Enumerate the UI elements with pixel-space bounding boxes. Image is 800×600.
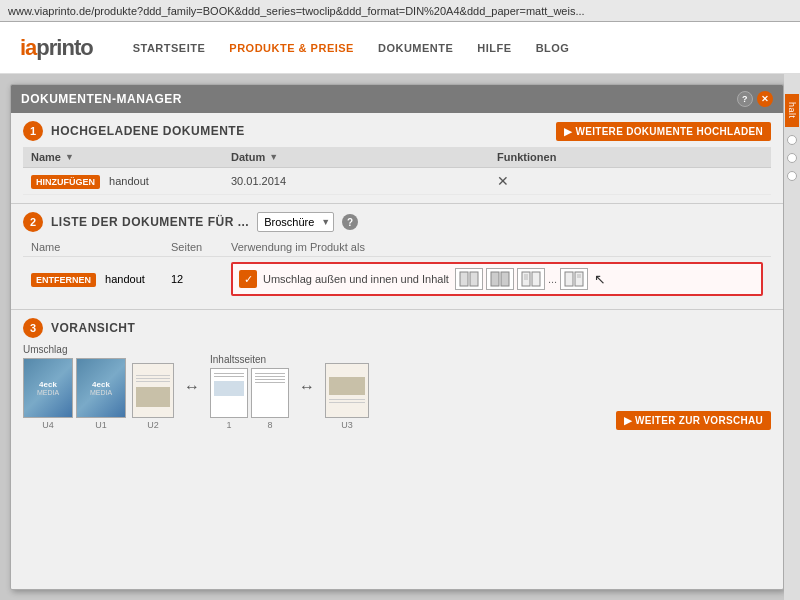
- doc-date: 30.01.2014: [223, 168, 489, 195]
- nav-blog[interactable]: BLOG: [536, 42, 570, 54]
- thumb-u4-label: U4: [23, 420, 73, 430]
- section2-help-icon[interactable]: ?: [342, 214, 358, 230]
- thumb-u2-content: [133, 364, 173, 417]
- inhalt-label: Inhaltsseiten: [210, 354, 289, 365]
- svg-rect-2: [491, 272, 499, 286]
- product-type-dropdown[interactable]: Broschüre: [257, 212, 334, 232]
- page-icon-last[interactable]: [560, 268, 588, 290]
- sidebar-radio-3[interactable]: [787, 171, 797, 181]
- doc-name: handout: [109, 175, 149, 187]
- dialog-title: DOKUMENTEN-MANAGER: [21, 92, 182, 106]
- arrow-between-icon: ↔: [184, 378, 200, 396]
- page-icon-content[interactable]: [517, 268, 545, 290]
- name-sort-icon[interactable]: ▼: [65, 152, 74, 162]
- usage-checkbox[interactable]: ✓: [239, 270, 257, 288]
- section-uploaded: 1 HOCHGELADENE DOKUMENTE WEITERE DOKUMEN…: [11, 113, 783, 204]
- cover-outside-svg: [459, 271, 479, 287]
- col2-seiten-header: Seiten: [163, 238, 223, 257]
- section2-title: LISTE DER DOKUMENTE FÜR ...: [51, 215, 249, 229]
- section2-number: 2: [23, 212, 43, 232]
- arrow-between-icon2: ↔: [299, 378, 315, 396]
- dialog-title-icons: ? ✕: [737, 91, 773, 107]
- nav-startseite[interactable]: STARTSEITE: [133, 42, 206, 54]
- add-badge[interactable]: HINZUFÜGEN: [31, 175, 100, 189]
- svg-rect-5: [532, 272, 540, 286]
- next-preview-button[interactable]: WEITER ZUR VORSCHAU: [616, 411, 771, 430]
- dialog: DOKUMENTEN-MANAGER ? ✕ 1 HOCHGELADENE DO…: [10, 84, 784, 590]
- thumb-1-content: [211, 369, 247, 417]
- nav-links: STARTSEITE PRODUKTE & PREISE DOKUMENTE H…: [133, 42, 570, 54]
- thumb-1-label: 1: [210, 420, 248, 430]
- svg-rect-10: [575, 272, 583, 286]
- delete-icon[interactable]: ✕: [497, 173, 509, 189]
- sidebar-radio-2[interactable]: [787, 153, 797, 163]
- content-svg: [521, 271, 541, 287]
- usage-selector: ✓ Umschlag außen und innen und Inhalt: [231, 262, 763, 296]
- preview-thumb-1: 1: [210, 368, 248, 430]
- nav-hilfe[interactable]: HILFE: [477, 42, 511, 54]
- col2-usage-header: Verwendung im Produkt als: [223, 238, 771, 257]
- section-doclist: 2 LISTE DER DOKUMENTE FÜR ... Broschüre …: [11, 204, 783, 310]
- preview-thumb-u2-group: U2: [132, 349, 174, 430]
- main-area: DOKUMENTEN-MANAGER ? ✕ 1 HOCHGELADENE DO…: [0, 74, 800, 600]
- preview-area: Umschlag 4eck MEDIA U4: [23, 344, 771, 430]
- page-icons-separator: ...: [548, 273, 557, 285]
- section3-title: VORANSICHT: [51, 321, 135, 335]
- preview-group-umschlag: Umschlag 4eck MEDIA U4: [23, 344, 126, 430]
- section-preview: 3 VORANSICHT Umschlag 4eck MEDIA: [11, 310, 783, 438]
- nav-produkte[interactable]: PRODUKTE & PREISE: [229, 42, 354, 54]
- browser-url: www.viaprinto.de/produkte?ddd_family=BOO…: [8, 5, 585, 17]
- thumb-u1-label: U1: [76, 420, 126, 430]
- usage-label-text: Umschlag außen und innen und Inhalt: [263, 273, 449, 285]
- page-icon-cover-inside[interactable]: [486, 268, 514, 290]
- preview-group-inhalt: Inhaltsseiten 1: [210, 354, 289, 430]
- cover-inside-svg: [490, 271, 510, 287]
- dialog-close-button[interactable]: ✕: [757, 91, 773, 107]
- svg-rect-3: [501, 272, 509, 286]
- section1-number: 1: [23, 121, 43, 141]
- datum-sort-icon[interactable]: ▼: [269, 152, 278, 162]
- right-sidebar: halt: [784, 74, 800, 600]
- last-page-svg: [564, 271, 584, 287]
- table-row: HINZUFÜGEN handout 30.01.2014 ✕: [23, 168, 771, 195]
- section2-header: 2 LISTE DER DOKUMENTE FÜR ... Broschüre …: [23, 212, 771, 232]
- svg-rect-9: [565, 272, 573, 286]
- dialog-help-button[interactable]: ?: [737, 91, 753, 107]
- uploaded-docs-table: Name ▼ Datum ▼ Funktionen: [23, 147, 771, 195]
- section1-header: 1 HOCHGELADENE DOKUMENTE WEITERE DOKUMEN…: [23, 121, 771, 141]
- thumb-u3-label: U3: [325, 420, 369, 430]
- thumb-8-label: 8: [251, 420, 289, 430]
- col-datum-header: Datum ▼: [223, 147, 489, 168]
- sidebar-radio-1[interactable]: [787, 135, 797, 145]
- preview-thumb-u3-group: U3: [325, 349, 369, 430]
- page-icon-cover-outside[interactable]: [455, 268, 483, 290]
- doclist-name: handout: [105, 273, 145, 285]
- preview-thumb-u2: U2: [132, 363, 174, 430]
- upload-more-button[interactable]: WEITERE DOKUMENTE HOCHLADEN: [556, 122, 771, 141]
- col-name-header: Name ▼: [23, 147, 223, 168]
- thumb-u3-content: [326, 364, 368, 417]
- browser-bar: www.viaprinto.de/produkte?ddd_family=BOO…: [0, 0, 800, 22]
- doclist-row: ENTFERNEN handout 12 ✓ Umschlag außen un…: [23, 257, 771, 302]
- col2-name-header: Name: [23, 238, 163, 257]
- preview-thumb-u4: 4eck MEDIA U4: [23, 358, 73, 430]
- section1-title: HOCHGELADENE DOKUMENTE: [51, 124, 245, 138]
- site-logo: iaprinto: [20, 35, 93, 61]
- cursor-icon: ↖: [594, 271, 606, 287]
- remove-badge[interactable]: ENTFERNEN: [31, 273, 96, 287]
- section1-title-group: 1 HOCHGELADENE DOKUMENTE: [23, 121, 245, 141]
- umschlag-label: Umschlag: [23, 344, 126, 355]
- nav-dokumente[interactable]: DOKUMENTE: [378, 42, 453, 54]
- section3-title-group: 3 VORANSICHT: [23, 318, 771, 338]
- preview-thumb-u1: 4eck MEDIA U1: [76, 358, 126, 430]
- thumb-u4-content: 4eck MEDIA: [24, 359, 72, 417]
- doclist-pages: 12: [163, 257, 223, 302]
- product-type-dropdown-wrapper: Broschüre ▼: [257, 212, 334, 232]
- dialog-title-bar: DOKUMENTEN-MANAGER ? ✕: [11, 85, 783, 113]
- doclist-table: Name Seiten Verwendung im Produkt als EN…: [23, 238, 771, 301]
- svg-rect-0: [460, 272, 468, 286]
- sidebar-tab[interactable]: halt: [785, 94, 799, 127]
- svg-rect-1: [470, 272, 478, 286]
- page-icons-group: ...: [455, 268, 588, 290]
- section3-number: 3: [23, 318, 43, 338]
